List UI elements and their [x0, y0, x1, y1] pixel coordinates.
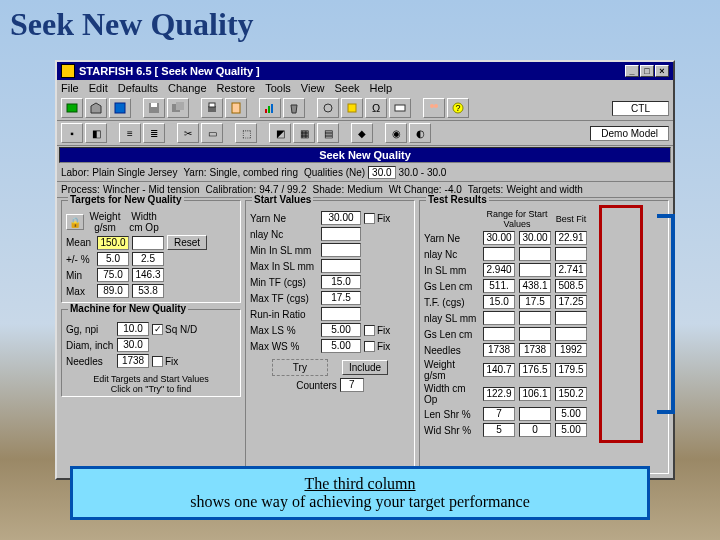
- sqnd-checkbox[interactable]: ✓Sq N/D: [152, 324, 197, 335]
- counters-field[interactable]: 7: [340, 378, 364, 392]
- toolbar-icon[interactable]: ▤: [317, 123, 339, 143]
- menu-file[interactable]: File: [61, 82, 79, 94]
- diam-field[interactable]: 30.0: [117, 338, 149, 352]
- toolbar-icon[interactable]: ≣: [143, 123, 165, 143]
- save-icon[interactable]: [143, 98, 165, 118]
- print-icon[interactable]: [201, 98, 223, 118]
- result-cell: 5: [483, 423, 515, 437]
- trash-icon[interactable]: [283, 98, 305, 118]
- toolbar-icon[interactable]: ◐: [409, 123, 431, 143]
- mean-width-field[interactable]: [132, 236, 164, 250]
- start-row-field[interactable]: [321, 243, 361, 257]
- svg-rect-5: [176, 102, 184, 110]
- close-button[interactable]: ×: [655, 65, 669, 77]
- toolbar-icon[interactable]: ▪: [61, 123, 83, 143]
- menu-restore[interactable]: Restore: [217, 82, 256, 94]
- toolbar-icon[interactable]: [109, 98, 131, 118]
- toolbar-icon[interactable]: ⬚: [235, 123, 257, 143]
- menu-edit[interactable]: Edit: [89, 82, 108, 94]
- result-bestfit-cell: [555, 327, 587, 341]
- menu-seek[interactable]: Seek: [334, 82, 359, 94]
- info-bar: Labor:Plain Single Jersey Yarn:Single, c…: [57, 164, 673, 182]
- range-header: Range for Start Values: [483, 209, 551, 229]
- min-width-field[interactable]: 146.3: [132, 268, 164, 282]
- start-row-label: Min TF (cgs): [250, 277, 318, 288]
- toolbar-icon[interactable]: [317, 98, 339, 118]
- start-row-field[interactable]: [321, 259, 361, 273]
- svg-text:Ω: Ω: [372, 102, 380, 114]
- result-cell: 30.00: [483, 231, 515, 245]
- start-row-field[interactable]: 5.00: [321, 339, 361, 353]
- min-weight-field[interactable]: 75.0: [97, 268, 129, 282]
- pct-width-field[interactable]: 2.5: [132, 252, 164, 266]
- lock-icon[interactable]: 🔒: [66, 214, 84, 230]
- needles-field[interactable]: 1738: [117, 354, 149, 368]
- toolbar-icon[interactable]: ▭: [201, 123, 223, 143]
- toolbar-icon[interactable]: [85, 98, 107, 118]
- toolbar-icon[interactable]: ≡: [119, 123, 141, 143]
- fix-checkbox[interactable]: Fix: [364, 213, 390, 224]
- save-as-icon[interactable]: [167, 98, 189, 118]
- result-bestfit-cell: [555, 247, 587, 261]
- max-weight-field[interactable]: 89.0: [97, 284, 129, 298]
- menu-help[interactable]: Help: [370, 82, 393, 94]
- result-cell: 30.00: [519, 231, 551, 245]
- toolbar-icon[interactable]: [61, 98, 83, 118]
- result-row-label: T.F. (cgs): [424, 297, 479, 308]
- include-button[interactable]: Include: [342, 360, 388, 375]
- start-row-field[interactable]: [321, 307, 361, 321]
- toolbar-icon[interactable]: [389, 98, 411, 118]
- menubar: File Edit Defaults Change Restore Tools …: [57, 80, 673, 96]
- fix-checkbox[interactable]: Fix: [364, 341, 390, 352]
- result-bestfit-cell: 150.2: [555, 387, 587, 401]
- result-row-label: Needles: [424, 345, 479, 356]
- qualities-field[interactable]: 30.0: [368, 166, 395, 179]
- start-row-field[interactable]: 17.5: [321, 291, 361, 305]
- toolbar-icon[interactable]: ◉: [385, 123, 407, 143]
- result-row-label: In SL mm: [424, 265, 479, 276]
- menu-change[interactable]: Change: [168, 82, 207, 94]
- result-cell: 176.5: [519, 363, 551, 377]
- toolbar-icon[interactable]: ◧: [85, 123, 107, 143]
- clipboard-icon[interactable]: [225, 98, 247, 118]
- start-row-label: Max LS %: [250, 325, 318, 336]
- menu-view[interactable]: View: [301, 82, 325, 94]
- toolbar-icon[interactable]: ◆: [351, 123, 373, 143]
- result-row-label: Weight g/sm: [424, 359, 479, 381]
- svg-rect-7: [209, 103, 215, 107]
- gg-field[interactable]: 10.0: [117, 322, 149, 336]
- mean-weight-field[interactable]: 150.0: [97, 236, 129, 250]
- scissors-icon[interactable]: ✂: [177, 123, 199, 143]
- minimize-button[interactable]: _: [625, 65, 639, 77]
- try-button[interactable]: Try: [272, 359, 328, 376]
- start-row-field[interactable]: 5.00: [321, 323, 361, 337]
- result-cell: [483, 247, 515, 261]
- toolbar-icon[interactable]: [341, 98, 363, 118]
- people-icon[interactable]: [423, 98, 445, 118]
- reset-button[interactable]: Reset: [167, 235, 207, 250]
- start-row-field[interactable]: [321, 227, 361, 241]
- maximize-button[interactable]: □: [640, 65, 654, 77]
- result-cell: 140.7: [483, 363, 515, 377]
- fix-needles-checkbox[interactable]: Fix: [152, 356, 178, 367]
- start-row-label: Max WS %: [250, 341, 318, 352]
- result-cell: [519, 407, 551, 421]
- menu-tools[interactable]: Tools: [265, 82, 291, 94]
- start-row-field[interactable]: 30.00: [321, 211, 361, 225]
- fix-checkbox[interactable]: Fix: [364, 325, 390, 336]
- pct-weight-field[interactable]: 5.0: [97, 252, 129, 266]
- svg-point-17: [434, 104, 438, 108]
- result-bestfit-cell: 1992: [555, 343, 587, 357]
- menu-defaults[interactable]: Defaults: [118, 82, 158, 94]
- toolbar-icon[interactable]: ▦: [293, 123, 315, 143]
- chart-icon[interactable]: [259, 98, 281, 118]
- start-row-field[interactable]: 15.0: [321, 275, 361, 289]
- bestfit-header: Best Fit: [555, 214, 587, 224]
- help-icon[interactable]: ?: [447, 98, 469, 118]
- result-cell: [519, 247, 551, 261]
- max-width-field[interactable]: 53.8: [132, 284, 164, 298]
- toolbar-icon[interactable]: Ω: [365, 98, 387, 118]
- panels: Targets for New Quality 🔒 Weight g/sm Wi…: [57, 198, 673, 478]
- toolbar-icon[interactable]: ◩: [269, 123, 291, 143]
- max-label: Max: [66, 286, 94, 297]
